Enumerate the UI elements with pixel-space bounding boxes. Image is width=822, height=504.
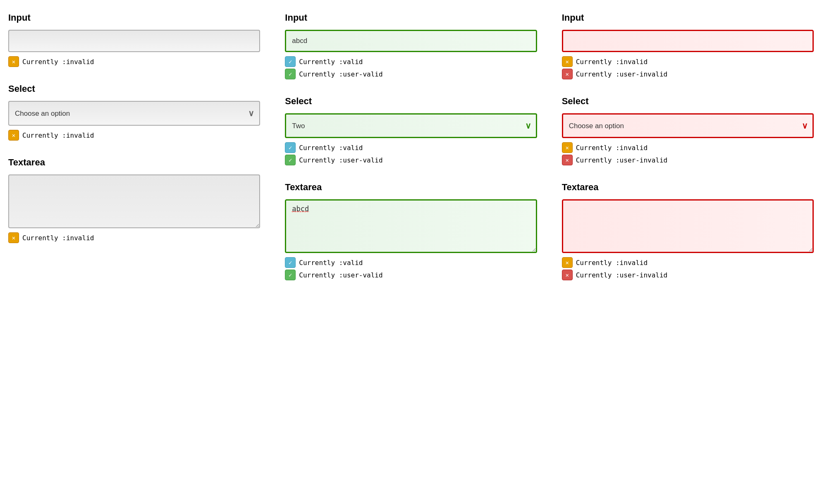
status-text: Currently :user-valid <box>299 156 382 164</box>
status-text: Currently :user-valid <box>299 271 382 279</box>
status-list-valid-input: ✓Currently :valid✓Currently :user-valid <box>285 56 537 79</box>
status-list-default-input: ✕Currently :invalid <box>8 56 260 67</box>
column-default: Input✕Currently :invalidSelectChoose an … <box>8 12 260 280</box>
status-item: ✓Currently :user-valid <box>285 155 537 165</box>
status-badge-red: ✕ <box>562 155 573 165</box>
status-list-default-select: ✕Currently :invalid <box>8 130 260 141</box>
status-badge-blue: ✓ <box>285 56 296 67</box>
status-badge-red: ✕ <box>562 69 573 79</box>
section-title-invalid-input: Input <box>562 12 814 23</box>
status-item: ✕Currently :invalid <box>562 257 814 268</box>
section-title-valid-textarea: Textarea <box>285 182 537 193</box>
input-default[interactable] <box>8 30 260 52</box>
status-text: Currently :invalid <box>22 234 94 242</box>
section-title-default-select: Select <box>8 84 260 94</box>
select-valid[interactable]: Choose an optionOneTwoThree <box>285 113 537 138</box>
status-badge-orange: ✕ <box>8 130 19 141</box>
status-item: ✕Currently :invalid <box>8 130 260 141</box>
status-text: Currently :user-invalid <box>576 156 668 164</box>
status-item: ✕Currently :user-invalid <box>562 69 814 79</box>
status-item: ✓Currently :user-valid <box>285 69 537 79</box>
status-badge-orange: ✕ <box>562 142 573 153</box>
select-invalid[interactable]: Choose an optionOneTwoThree <box>562 113 814 138</box>
status-item: ✕Currently :user-invalid <box>562 270 814 280</box>
status-badge-orange: ✕ <box>8 56 19 67</box>
status-list-valid-textarea: ✓Currently :valid✓Currently :user-valid <box>285 257 537 280</box>
section-title-invalid-select: Select <box>562 96 814 107</box>
cell-default-input: Input✕Currently :invalid <box>8 12 260 67</box>
cell-invalid-textarea: Textarea✕Currently :invalid✕Currently :u… <box>562 182 814 280</box>
status-text: Currently :invalid <box>576 58 648 66</box>
textarea-default[interactable] <box>8 174 260 228</box>
cell-default-textarea: Textarea✕Currently :invalid <box>8 157 260 243</box>
input-invalid[interactable] <box>562 30 814 52</box>
status-text: Currently :valid <box>299 58 363 66</box>
cell-invalid-input: Input✕Currently :invalid✕Currently :user… <box>562 12 814 79</box>
status-item: ✕Currently :invalid <box>8 56 260 67</box>
status-item: ✓Currently :valid <box>285 142 537 153</box>
textarea-valid[interactable] <box>285 199 537 253</box>
select-default[interactable]: Choose an optionOneTwoThree <box>8 101 260 126</box>
status-item: ✓Currently :user-valid <box>285 270 537 280</box>
status-text: Currently :invalid <box>576 144 648 152</box>
select-wrapper-valid: Choose an optionOneTwoThree∨ <box>285 113 537 138</box>
select-wrapper-default: Choose an optionOneTwoThree∨ <box>8 101 260 126</box>
status-badge-green: ✓ <box>285 155 296 165</box>
status-badge-blue: ✓ <box>285 257 296 268</box>
column-invalid: Input✕Currently :invalid✕Currently :user… <box>562 12 814 280</box>
status-badge-green: ✓ <box>285 69 296 79</box>
column-valid: Input✓Currently :valid✓Currently :user-v… <box>285 12 537 280</box>
status-badge-orange: ✕ <box>562 56 573 67</box>
status-text: Currently :invalid <box>22 58 94 66</box>
status-list-invalid-input: ✕Currently :invalid✕Currently :user-inva… <box>562 56 814 79</box>
status-list-valid-select: ✓Currently :valid✓Currently :user-valid <box>285 142 537 165</box>
cell-invalid-select: SelectChoose an optionOneTwoThree∨✕Curre… <box>562 96 814 165</box>
status-badge-blue: ✓ <box>285 142 296 153</box>
main-grid: Input✕Currently :invalidSelectChoose an … <box>8 12 814 280</box>
cell-valid-select: SelectChoose an optionOneTwoThree∨✓Curre… <box>285 96 537 165</box>
status-item: ✕Currently :invalid <box>562 142 814 153</box>
status-badge-green: ✓ <box>285 270 296 280</box>
cell-valid-textarea: Textarea✓Currently :valid✓Currently :use… <box>285 182 537 280</box>
status-text: Currently :user-valid <box>299 70 382 78</box>
section-title-default-input: Input <box>8 12 260 23</box>
section-title-invalid-textarea: Textarea <box>562 182 814 193</box>
section-title-valid-select: Select <box>285 96 537 107</box>
status-text: Currently :user-invalid <box>576 271 668 279</box>
status-text: Currently :valid <box>299 144 363 152</box>
status-list-invalid-select: ✕Currently :invalid✕Currently :user-inva… <box>562 142 814 165</box>
status-item: ✓Currently :valid <box>285 257 537 268</box>
status-list-default-textarea: ✕Currently :invalid <box>8 232 260 243</box>
section-title-valid-input: Input <box>285 12 537 23</box>
textarea-invalid[interactable] <box>562 199 814 253</box>
status-text: Currently :invalid <box>22 131 94 139</box>
input-valid[interactable] <box>285 30 537 52</box>
select-wrapper-invalid: Choose an optionOneTwoThree∨ <box>562 113 814 138</box>
status-item: ✓Currently :valid <box>285 56 537 67</box>
status-item: ✕Currently :invalid <box>562 56 814 67</box>
status-badge-red: ✕ <box>562 270 573 280</box>
status-badge-orange: ✕ <box>8 232 19 243</box>
status-text: Currently :user-invalid <box>576 70 668 78</box>
status-text: Currently :valid <box>299 259 363 267</box>
status-list-invalid-textarea: ✕Currently :invalid✕Currently :user-inva… <box>562 257 814 280</box>
cell-default-select: SelectChoose an optionOneTwoThree∨✕Curre… <box>8 84 260 141</box>
status-badge-orange: ✕ <box>562 257 573 268</box>
section-title-default-textarea: Textarea <box>8 157 260 168</box>
status-item: ✕Currently :user-invalid <box>562 155 814 165</box>
status-item: ✕Currently :invalid <box>8 232 260 243</box>
status-text: Currently :invalid <box>576 259 648 267</box>
cell-valid-input: Input✓Currently :valid✓Currently :user-v… <box>285 12 537 79</box>
